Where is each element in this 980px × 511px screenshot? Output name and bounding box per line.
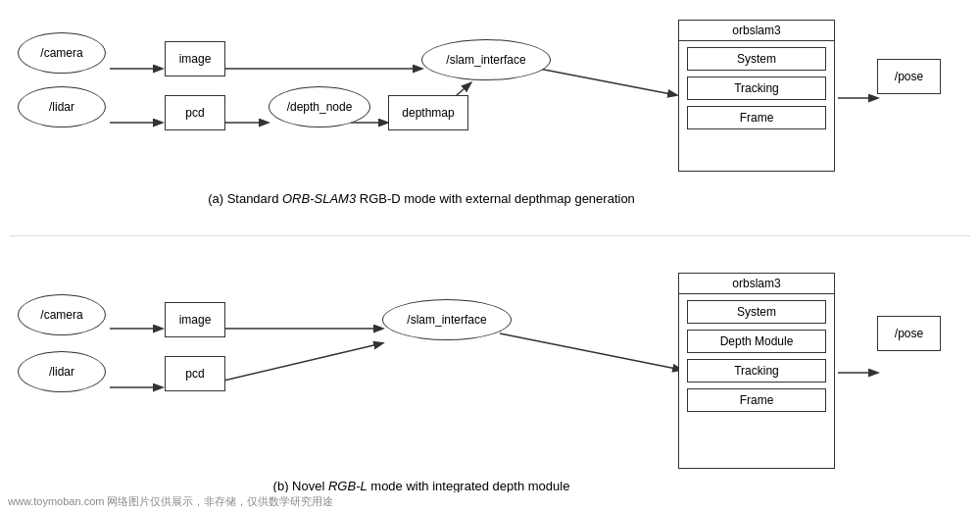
node-pcd-b: pcd <box>165 356 225 391</box>
node-depthmap: depthmap <box>388 95 468 130</box>
orbslam3-system-b: System <box>687 300 826 324</box>
orbslam3-tracking-b: Tracking <box>687 359 826 383</box>
svg-line-6 <box>539 69 676 95</box>
caption-b: (b) Novel RGB-L mode with integrated dep… <box>78 479 764 493</box>
node-image-a: image <box>165 41 225 77</box>
svg-line-12 <box>500 333 681 370</box>
caption-a: (a) Standard ORB-SLAM3 RGB-D mode with e… <box>78 191 764 206</box>
node-pose-b: /pose <box>877 316 941 351</box>
orbslam3-title-b: orbslam3 <box>679 274 834 294</box>
orbslam3-frame-a: Frame <box>687 106 826 129</box>
node-pose-a: /pose <box>877 59 941 94</box>
orbslam3-system-a: System <box>687 47 826 71</box>
orbslam3-box-a: orbslam3 System Tracking Frame <box>678 20 835 172</box>
orbslam3-title-a: orbslam3 <box>679 21 834 41</box>
node-camera-a: /camera <box>18 32 106 74</box>
footer: www.toymoban.com 网络图片仅供展示，非存储，仅供数学研究用途 <box>0 492 980 511</box>
node-depth-node: /depth_node <box>269 86 370 128</box>
node-lidar-a: /lidar <box>18 86 106 128</box>
orbslam3-tracking-a: Tracking <box>687 77 826 100</box>
node-slam-interface-b: /slam_interface <box>382 299 512 340</box>
svg-line-11 <box>216 343 382 383</box>
orbslam3-depth-b: Depth Module <box>687 330 826 353</box>
node-image-b: image <box>165 302 225 337</box>
node-slam-interface-a: /slam_interface <box>421 39 551 80</box>
diagram-container: /camera /lidar image pcd /depth_node dep… <box>0 0 980 511</box>
node-camera-b: /camera <box>18 294 106 335</box>
orbslam3-frame-b: Frame <box>687 388 826 412</box>
orbslam3-box-b: orbslam3 System Depth Module Tracking Fr… <box>678 273 835 469</box>
node-pcd-a: pcd <box>165 95 225 130</box>
node-lidar-b: /lidar <box>18 351 106 392</box>
